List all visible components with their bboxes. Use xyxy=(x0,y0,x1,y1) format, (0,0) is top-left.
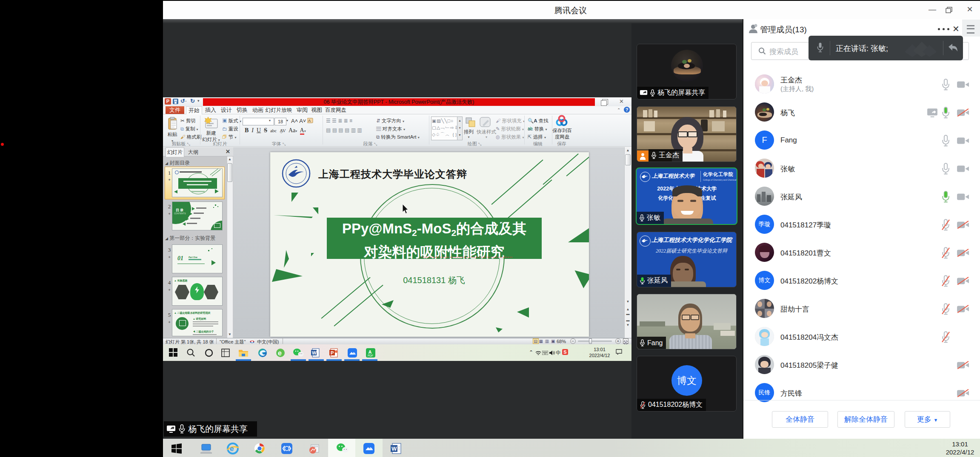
svg-text:A: A xyxy=(308,119,311,123)
svg-text:W: W xyxy=(391,446,397,452)
svg-text:W: W xyxy=(312,350,317,355)
svg-text:P: P xyxy=(331,350,334,355)
svg-text:e: e xyxy=(278,349,282,357)
svg-text:PDF: PDF xyxy=(368,354,373,357)
svg-text:e: e xyxy=(230,445,234,453)
